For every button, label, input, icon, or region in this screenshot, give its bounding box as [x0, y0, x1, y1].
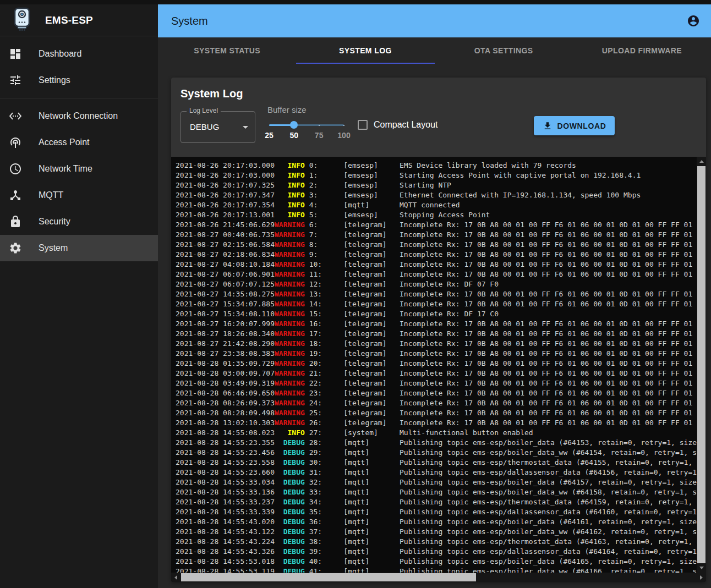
sidebar-item-network-time[interactable]: Network Time — [0, 156, 158, 182]
log-line: 2021-08-28 14:55:43.122 DEBUG 37: [mqtt]… — [176, 527, 705, 537]
log-line: 2021-08-27 23:38:08.383WARNING 19: [tele… — [176, 349, 705, 359]
sidebar-item-network-connection[interactable]: Network Connection — [0, 103, 158, 129]
scroll-left-button[interactable] — [171, 573, 181, 582]
log-line: 2021-08-28 03:49:09.319WARNING 22: [tele… — [176, 378, 705, 388]
sidebar-item-label: Network Connection — [39, 111, 118, 121]
slider-mark-label-75: 75 — [315, 131, 324, 140]
slider-thumb[interactable] — [290, 121, 298, 129]
app-title: EMS-ESP — [45, 14, 93, 26]
clock-icon — [9, 162, 22, 175]
log-line: 2021-08-27 06:07:06.901WARNING 11: [tele… — [176, 270, 705, 279]
log-line: 2021-08-26 20:17:03.000 INFO 1: [emsesp]… — [176, 171, 705, 180]
log-lines: 2021-08-26 20:17:03.000 INFO 0: [emsesp]… — [176, 161, 705, 576]
log-line: 2021-08-28 08:28:09.498WARNING 25: [tele… — [176, 408, 705, 418]
compact-layout-label: Compact Layout — [374, 120, 438, 130]
account-circle-icon[interactable] — [687, 14, 700, 28]
scroll-right-button[interactable] — [697, 573, 706, 582]
sidebar-item-access-point[interactable]: Access Point — [0, 129, 158, 156]
sidebar-item-label: Network Time — [39, 164, 92, 174]
log-line: 2021-08-27 14:35:08.275WARNING 13: [tele… — [176, 289, 705, 299]
log-line: 2021-08-26 20:17:07.347 INFO 3: [emsesp]… — [176, 190, 705, 200]
log-line: 2021-08-26 20:17:07.354 INFO 4: [mqtt] M… — [176, 200, 705, 210]
sidebar-item-label: Dashboard — [39, 49, 81, 59]
wifi-tethering-icon — [9, 136, 22, 149]
gear-icon — [9, 241, 22, 255]
log-line: 2021-08-27 02:18:06.834WARNING 9: [teleg… — [176, 250, 705, 260]
sidebar-item-dashboard[interactable]: Dashboard — [0, 41, 158, 67]
chevron-down-icon — [243, 126, 248, 129]
sidebar-item-settings[interactable]: Settings — [0, 67, 158, 94]
log-line: 2021-08-27 06:07:07.125WARNING 12: [tele… — [176, 279, 705, 289]
tune-icon — [9, 74, 22, 87]
log-line: 2021-08-28 01:35:09.729WARNING 20: [tele… — [176, 359, 705, 369]
log-line: 2021-08-27 15:34:08.110WARNING 15: [tele… — [176, 309, 705, 319]
horizontal-scrollbar[interactable] — [171, 573, 706, 582]
ethernet-icon — [9, 109, 22, 123]
tab-bar: SYSTEM STATUSSYSTEM LOGOTA SETTINGSUPLOA… — [158, 37, 711, 64]
tab-system-status[interactable]: SYSTEM STATUS — [158, 37, 296, 64]
log-line: 2021-08-26 20:17:13.001 INFO 5: [emsesp]… — [176, 210, 705, 220]
tab-label: SYSTEM STATUS — [194, 46, 260, 55]
tab-upload-firmware[interactable]: UPLOAD FIRMWARE — [573, 37, 711, 64]
sidebar-item-label: Settings — [39, 75, 70, 85]
log-line: 2021-08-28 14:55:43.224 DEBUG 38: [mqtt]… — [176, 537, 705, 547]
log-line: 2021-08-26 20:17:07.325 INFO 2: [emsesp]… — [176, 180, 705, 190]
download-button[interactable]: DOWNLOAD — [534, 116, 615, 135]
sidebar-item-label: Access Point — [39, 138, 89, 147]
vertical-scrollbar[interactable] — [697, 157, 706, 573]
slider-mark-dot — [343, 125, 344, 126]
dashboard-icon — [9, 47, 22, 61]
vertical-scrollbar-thumb[interactable] — [697, 166, 705, 563]
log-line: 2021-08-28 14:55:23.558 DEBUG 30: [mqtt]… — [176, 458, 705, 468]
slider-mark-label-100: 100 — [337, 131, 350, 140]
buffer-size-label: Buffer size — [267, 105, 307, 114]
log-level-value: DEBUG — [190, 122, 219, 131]
log-line: 2021-08-28 14:55:33.034 DEBUG 32: [mqtt]… — [176, 477, 705, 487]
log-line: 2021-08-28 14:55:33.237 DEBUG 34: [mqtt]… — [176, 497, 705, 507]
app-window: EMS-ESP DashboardSettingsNetwork Connect… — [0, 0, 711, 588]
log-line: 2021-08-27 00:40:06.735WARNING 7: [teleg… — [176, 230, 705, 240]
log-line: 2021-08-28 14:55:23.456 DEBUG 29: [mqtt]… — [176, 448, 705, 458]
system-log-panel: System Log Log Level DEBUG Buffer size 2… — [171, 78, 706, 582]
sidebar-item-label: MQTT — [39, 190, 63, 200]
log-line: 2021-08-27 16:20:07.999WARNING 16: [tele… — [176, 319, 705, 329]
app-bar: System — [158, 4, 711, 37]
buffer-size-slider[interactable] — [269, 120, 344, 129]
log-line: 2021-08-26 20:17:03.000 INFO 0: [emsesp]… — [176, 161, 705, 171]
panel-title: System Log — [181, 87, 243, 100]
log-level-legend: Log Level — [187, 107, 221, 114]
log-line: 2021-08-27 21:42:08.290WARNING 18: [tele… — [176, 339, 705, 349]
tab-ota-settings[interactable]: OTA SETTINGS — [435, 37, 573, 64]
log-line: 2021-08-27 02:15:06.584WARNING 8: [teleg… — [176, 240, 705, 250]
log-line: 2021-08-28 08:26:09.373WARNING 24: [tele… — [176, 398, 705, 408]
log-line: 2021-08-28 14:55:23.660 DEBUG 31: [mqtt]… — [176, 468, 705, 477]
horizontal-scrollbar-thumb[interactable] — [181, 573, 476, 581]
log-line: 2021-08-28 13:02:10.303WARNING 26: [tele… — [176, 418, 705, 428]
lock-icon — [9, 215, 22, 228]
log-line: 2021-08-28 14:55:23.355 DEBUG 28: [mqtt]… — [176, 438, 705, 448]
log-line: 2021-08-28 14:55:43.020 DEBUG 36: [mqtt]… — [176, 517, 705, 527]
log-line: 2021-08-28 03:00:09.707WARNING 21: [tele… — [176, 369, 705, 378]
log-console: 2021-08-26 20:17:03.000 INFO 0: [emsesp]… — [171, 157, 706, 582]
tab-system-log[interactable]: SYSTEM LOG — [296, 37, 434, 64]
page-title: System — [171, 15, 208, 28]
log-line: 2021-08-27 04:08:10.184WARNING 10: [tele… — [176, 260, 705, 270]
log-line: 2021-08-26 21:45:06.629WARNING 6: [teleg… — [176, 220, 705, 230]
log-line: 2021-08-28 14:55:33.339 DEBUG 35: [mqtt]… — [176, 507, 705, 517]
log-line: 2021-08-28 14:55:33.136 DEBUG 33: [mqtt]… — [176, 487, 705, 497]
sidebar-item-system[interactable]: System — [0, 235, 158, 261]
sidebar-item-mqtt[interactable]: MQTT — [0, 182, 158, 208]
sidebar-item-label: Security — [39, 217, 70, 227]
sidebar-item-label: System — [39, 243, 68, 253]
sidebar-item-security[interactable]: Security — [0, 208, 158, 235]
scroll-down-button[interactable] — [697, 563, 706, 573]
scroll-up-button[interactable] — [697, 157, 706, 166]
log-line: 2021-08-28 06:46:09.650WARNING 23: [tele… — [176, 388, 705, 398]
log-line: 2021-08-28 14:55:43.326 DEBUG 39: [mqtt]… — [176, 547, 705, 557]
log-level-select[interactable]: Log Level DEBUG — [181, 111, 255, 143]
compact-layout-checkbox[interactable]: Compact Layout — [358, 115, 438, 135]
log-line: 2021-08-28 14:55:53.018 DEBUG 40: [mqtt]… — [176, 557, 705, 567]
slider-mark-label-25: 25 — [265, 131, 274, 140]
slider-mark-labels: 255075100 — [269, 131, 344, 140]
checkbox-icon[interactable] — [358, 120, 368, 130]
